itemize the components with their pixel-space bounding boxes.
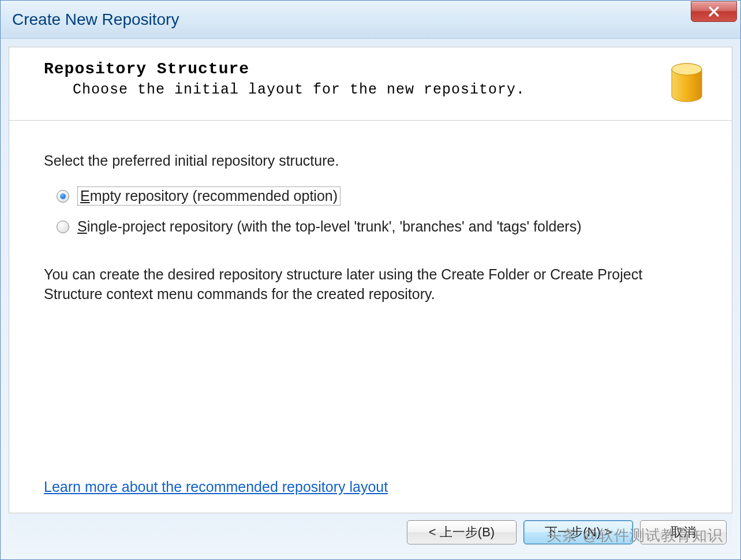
- radio-option-empty[interactable]: Empty repository (recommended option): [57, 186, 697, 206]
- header-text: Repository Structure Choose the initial …: [44, 60, 525, 98]
- body-section: Select the preferred initial repository …: [9, 121, 732, 513]
- radio-label-single: Single-project repository (with the top-…: [77, 218, 582, 235]
- header-subheading: Choose the initial layout for the new re…: [44, 81, 525, 98]
- header-heading: Repository Structure: [44, 60, 525, 78]
- dialog-window: Create New Repository Repository Structu…: [0, 0, 741, 560]
- cancel-button[interactable]: 取消: [640, 520, 727, 544]
- radio-group: Empty repository (recommended option) Si…: [44, 186, 697, 248]
- content-outer: Repository Structure Choose the initial …: [1, 39, 740, 559]
- spacer: [44, 304, 697, 479]
- radio-indicator-single: [57, 221, 69, 233]
- window-title: Create New Repository: [12, 10, 179, 29]
- learn-more-link[interactable]: Learn more about the recommended reposit…: [44, 479, 697, 495]
- svg-point-1: [672, 64, 702, 75]
- instruction-text: Select the preferred initial repository …: [44, 152, 697, 169]
- radio-label-empty: Empty repository (recommended option): [77, 186, 340, 206]
- panel: Repository Structure Choose the initial …: [9, 47, 732, 513]
- close-button[interactable]: [691, 1, 737, 22]
- titlebar: Create New Repository: [1, 1, 740, 39]
- close-icon: [708, 5, 720, 18]
- next-button[interactable]: 下一步(N) >: [523, 520, 633, 544]
- radio-option-single[interactable]: Single-project repository (with the top-…: [57, 218, 697, 235]
- button-row: < 上一步(B) 下一步(N) > 取消 头条 @软件测试教育知识: [9, 513, 732, 551]
- back-button[interactable]: < 上一步(B): [407, 520, 517, 544]
- database-icon: [669, 62, 704, 103]
- radio-indicator-empty: [57, 190, 69, 203]
- note-text: You can create the desired repository st…: [44, 265, 690, 304]
- header-section: Repository Structure Choose the initial …: [9, 47, 732, 121]
